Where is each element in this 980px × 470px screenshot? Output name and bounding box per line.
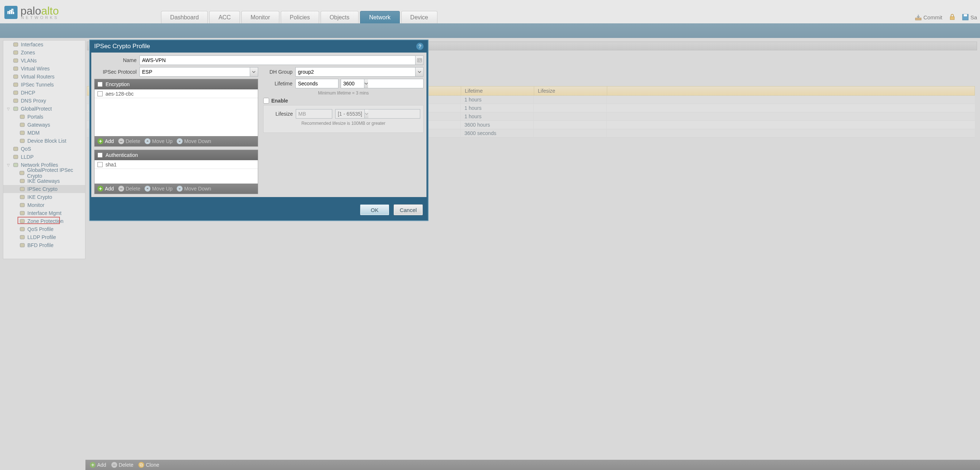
lifesize-hint: Recommended lifesize is 100MB or greater	[267, 121, 420, 126]
plus-icon: +	[97, 138, 103, 144]
lock-icon[interactable]	[949, 14, 956, 21]
tab-acc[interactable]: ACC	[209, 11, 240, 23]
address-book-icon[interactable]	[415, 56, 423, 65]
protocol-select[interactable]	[140, 68, 250, 76]
enc-moveup-button[interactable]: Move Up	[145, 138, 172, 144]
logo-subtext: NETWORKS	[21, 15, 59, 20]
minus-icon: –	[118, 138, 124, 144]
dh-select[interactable]	[296, 68, 415, 76]
save-link[interactable]: Sa	[962, 14, 977, 21]
down-icon	[177, 186, 183, 192]
lifetime-hint: Minimum lifetime = 3 mins	[263, 91, 423, 95]
auth-checkall[interactable]	[97, 152, 103, 158]
dropdown-icon[interactable]	[250, 68, 258, 76]
down-icon	[177, 138, 183, 144]
tab-monitor[interactable]: Monitor	[241, 11, 279, 23]
auth-delete-button[interactable]: –Delete	[118, 186, 140, 192]
enc-add-button[interactable]: +Add	[97, 138, 114, 144]
enc-movedown-button[interactable]: Move Down	[177, 138, 211, 144]
cancel-button[interactable]: Cancel	[394, 204, 423, 215]
name-label: Name	[94, 57, 140, 63]
ipsec-crypto-dialog: IPSec Crypto Profile ? Name IPSec Protoc…	[89, 40, 429, 221]
ok-button[interactable]: OK	[360, 204, 389, 215]
dialog-titlebar: IPSec Crypto Profile ?	[90, 40, 428, 52]
auth-movedown-button[interactable]: Move Down	[177, 186, 211, 192]
lifetime-label: Lifetime	[263, 81, 295, 86]
svg-rect-3	[964, 14, 967, 16]
tab-device[interactable]: Device	[401, 11, 438, 23]
dh-label: DH Group	[263, 69, 295, 75]
row-checkbox[interactable]	[97, 91, 103, 96]
encryption-header: Encryption	[105, 81, 130, 87]
auth-header: Authentication	[105, 152, 138, 158]
logo: paloalto NETWORKS	[5, 5, 88, 23]
top-bar: paloalto NETWORKS DashboardACCMonitorPol…	[0, 0, 980, 23]
floppy-icon	[962, 14, 969, 21]
logo-mark-icon	[5, 6, 18, 19]
enc-delete-button[interactable]: –Delete	[118, 138, 140, 144]
dropdown-icon[interactable]	[364, 79, 368, 88]
lifesize-unit-select	[296, 110, 364, 118]
auth-add-button[interactable]: +Add	[97, 186, 114, 192]
top-right-actions: Commit Sa	[915, 14, 980, 23]
lifetime-unit-select[interactable]	[296, 79, 364, 88]
encryption-checkall[interactable]	[97, 82, 103, 87]
auth-row[interactable]: sha1	[95, 160, 258, 169]
protocol-label: IPSec Protocol	[94, 69, 140, 75]
help-icon[interactable]: ?	[416, 43, 423, 50]
tab-objects[interactable]: Objects	[321, 11, 358, 23]
up-icon	[145, 186, 150, 192]
tab-network[interactable]: Network	[360, 11, 400, 23]
enable-checkbox[interactable]	[263, 98, 269, 104]
dropdown-icon	[364, 110, 368, 118]
encryption-panel: Encryption aes-128-cbc +Add –Delete Move…	[94, 79, 258, 147]
enable-label: Enable	[271, 98, 288, 104]
tab-policies[interactable]: Policies	[281, 11, 319, 23]
main-tabs: DashboardACCMonitorPoliciesObjectsNetwor…	[161, 11, 437, 23]
dropdown-icon[interactable]	[415, 68, 423, 76]
disk-icon	[915, 14, 921, 21]
svg-rect-1	[950, 17, 954, 20]
commit-link[interactable]: Commit	[915, 14, 942, 21]
encryption-row[interactable]: aes-128-cbc	[95, 89, 258, 98]
svg-rect-0	[915, 18, 921, 20]
tab-dashboard[interactable]: Dashboard	[161, 11, 208, 23]
dialog-title-text: IPSec Crypto Profile	[94, 43, 150, 50]
svg-point-33	[418, 59, 419, 60]
plus-icon: +	[97, 186, 103, 192]
auth-moveup-button[interactable]: Move Up	[145, 186, 172, 192]
lifesize-label: Lifesize	[267, 111, 296, 117]
up-icon	[145, 138, 150, 144]
minus-icon: –	[118, 186, 124, 192]
authentication-panel: Authentication sha1 +Add –Delete Move Up…	[94, 149, 258, 194]
name-input[interactable]	[140, 56, 415, 65]
row-checkbox[interactable]	[97, 162, 103, 167]
